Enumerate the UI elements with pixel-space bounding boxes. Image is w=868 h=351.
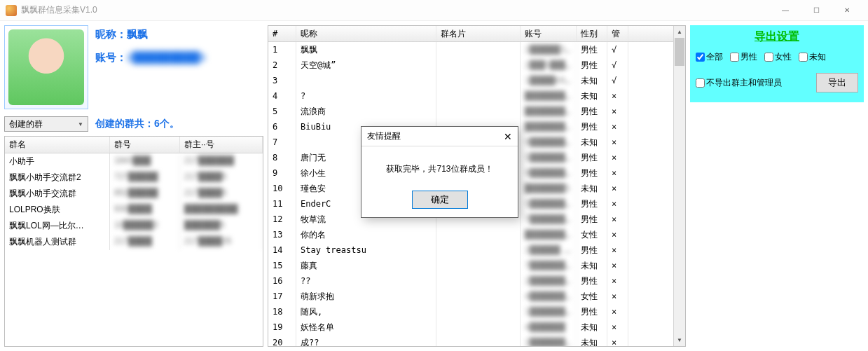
member-idx: 13 bbox=[268, 227, 296, 242]
group-name: 飘飘小助手交流群 bbox=[5, 186, 110, 202]
table-row[interactable]: LOLPRO换肤930█████████████ bbox=[5, 202, 263, 218]
table-row[interactable]: 飘飘LOL网—比尔…10█████3██████5 bbox=[5, 218, 263, 234]
member-sex: 男性 bbox=[577, 119, 607, 135]
group-col-name[interactable]: 群名 bbox=[5, 137, 110, 153]
table-row[interactable]: 14Stay treastsu2██████.169男性× bbox=[268, 242, 673, 258]
table-row[interactable]: 31█████6983未知√ bbox=[268, 73, 673, 88]
member-admin: × bbox=[607, 273, 628, 289]
member-acct: 5███████923 bbox=[521, 196, 577, 212]
member-sex: 男性 bbox=[577, 212, 607, 227]
maximize-button[interactable]: ☐ bbox=[801, 0, 832, 21]
table-row[interactable]: 小助手1843███217██████ bbox=[5, 153, 263, 170]
group-col-owner[interactable]: 群主··号 bbox=[180, 137, 263, 153]
account-value: 2█████████5 bbox=[127, 51, 205, 63]
group-type-select[interactable]: 创建的群 ▼ bbox=[4, 116, 88, 132]
member-sex: 未知 bbox=[577, 319, 607, 335]
alert-dialog: 友情提醒 ✕ 获取完毕，共713位群成员！ 确定 bbox=[361, 126, 518, 218]
chk-male[interactable]: 男性 bbox=[730, 51, 757, 63]
scroll-track[interactable] bbox=[674, 38, 685, 334]
scroll-thumb[interactable] bbox=[675, 38, 684, 66]
table-row[interactable]: 5流浪商████████.549男性× bbox=[268, 104, 673, 119]
table-row[interactable]: 13你的名████████7884女性× bbox=[268, 227, 673, 242]
scroll-up-icon[interactable]: ▲ bbox=[674, 26, 685, 38]
member-col-idx[interactable]: # bbox=[268, 26, 296, 41]
group-name: LOLPRO换肤 bbox=[5, 202, 110, 218]
chk-female[interactable]: 女性 bbox=[764, 51, 792, 63]
member-card bbox=[436, 73, 521, 88]
member-col-card[interactable]: 群名片 bbox=[436, 26, 521, 41]
minimize-button[interactable]: — bbox=[770, 0, 801, 21]
table-row[interactable]: 17萌新求抱4███████372女性× bbox=[268, 289, 673, 304]
member-acct: 2███████72 bbox=[521, 273, 577, 289]
group-name: 飘飘机器人测试群 bbox=[5, 234, 110, 250]
chk-all[interactable]: 全部 bbox=[696, 51, 723, 63]
table-row[interactable]: 20成??2███████.575未知× bbox=[268, 335, 673, 346]
dialog-ok-button[interactable]: 确定 bbox=[412, 191, 468, 209]
chk-unknown[interactable]: 未知 bbox=[799, 51, 826, 63]
window-title: 飘飘群信息采集V1.0 bbox=[21, 4, 770, 16]
member-acct: 4███████372 bbox=[521, 289, 577, 304]
window-titlebar: 飘飘群信息采集V1.0 — ☐ ✕ bbox=[0, 0, 868, 21]
table-row[interactable]: 飘飘机器人测试群217████217████35 bbox=[5, 234, 263, 250]
member-card bbox=[436, 242, 521, 258]
export-button[interactable]: 导出 bbox=[816, 73, 858, 92]
table-row[interactable]: 16??2███████72男性× bbox=[268, 273, 673, 289]
dialog-message: 获取完毕，共713位群成员！ bbox=[361, 146, 518, 184]
dialog-close-icon[interactable]: ✕ bbox=[504, 131, 512, 142]
member-nick: Stay treastsu bbox=[296, 242, 436, 258]
member-card bbox=[436, 227, 521, 242]
member-sex: 男性 bbox=[577, 196, 607, 212]
member-idx: 12 bbox=[268, 212, 296, 227]
member-admin: × bbox=[607, 212, 628, 227]
member-nick: 你的名 bbox=[296, 227, 436, 242]
group-id: 930████ bbox=[110, 202, 180, 218]
table-row[interactable]: 19妖怪名单4███████未知× bbox=[268, 319, 673, 335]
member-card bbox=[436, 42, 521, 57]
table-row[interactable]: 1飘飘2██████355男性√ bbox=[268, 42, 673, 57]
member-admin: × bbox=[607, 88, 628, 104]
member-acct: 2██████.169 bbox=[521, 242, 577, 258]
member-acct: ████████5 bbox=[521, 181, 577, 196]
member-card bbox=[436, 319, 521, 335]
member-nick: 飘飘 bbox=[296, 42, 436, 57]
member-sex: 未知 bbox=[577, 73, 607, 88]
nickname-label: 昵称： bbox=[95, 28, 127, 40]
member-col-nick[interactable]: 昵称 bbox=[296, 26, 436, 41]
member-col-admin[interactable]: 管 bbox=[607, 26, 628, 41]
table-row[interactable]: 4? ████████158未知× bbox=[268, 88, 673, 104]
table-row[interactable]: 15藤真7███████646未知× bbox=[268, 258, 673, 273]
group-name: 飘飘小助手交流群2 bbox=[5, 170, 110, 186]
member-nick: ?? bbox=[296, 273, 436, 289]
member-scrollbar[interactable]: ▲ ▼ bbox=[673, 26, 685, 346]
scroll-down-icon[interactable]: ▼ bbox=[674, 334, 685, 346]
member-admin: × bbox=[607, 335, 628, 346]
member-col-acct[interactable]: 账号 bbox=[521, 26, 577, 41]
export-panel: 导出设置 全部 男性 女性 未知 不导出群主和管理员 导出 bbox=[690, 25, 864, 102]
group-col-id[interactable]: 群号 bbox=[110, 137, 180, 153]
member-admin: × bbox=[607, 135, 628, 150]
member-admin: × bbox=[607, 165, 628, 181]
group-owner: █████████ bbox=[180, 202, 263, 218]
member-card bbox=[436, 304, 521, 319]
member-nick: 流浪商 bbox=[296, 104, 436, 119]
chevron-down-icon: ▼ bbox=[78, 121, 83, 128]
member-col-sex[interactable]: 性别 bbox=[577, 26, 607, 41]
member-acct: 9███████130 bbox=[521, 135, 577, 150]
chk-exclude-admin[interactable]: 不导出群主和管理员 bbox=[696, 77, 782, 89]
table-row[interactable]: 2天空@城”2███5███32男性√ bbox=[268, 57, 673, 73]
member-admin: × bbox=[607, 196, 628, 212]
group-table[interactable]: 群名 群号 群主··号 小助手1843███217██████飘飘小助手交流群2… bbox=[4, 136, 263, 347]
member-acct: ████████158 bbox=[521, 88, 577, 104]
member-idx: 15 bbox=[268, 258, 296, 273]
group-id: 217████ bbox=[110, 234, 180, 250]
avatar bbox=[4, 25, 88, 109]
member-admin: × bbox=[607, 289, 628, 304]
close-button[interactable]: ✕ bbox=[832, 0, 862, 21]
table-row[interactable]: 飘飘小助手交流群852█████217████5 bbox=[5, 186, 263, 202]
member-acct: ████████.549 bbox=[521, 104, 577, 119]
member-card bbox=[436, 273, 521, 289]
group-owner: ██████5 bbox=[180, 218, 263, 234]
table-row[interactable]: 飘飘小助手交流群2727█████217████5 bbox=[5, 170, 263, 186]
member-card bbox=[436, 88, 521, 104]
table-row[interactable]: 18随风,1███████5688男性× bbox=[268, 304, 673, 319]
